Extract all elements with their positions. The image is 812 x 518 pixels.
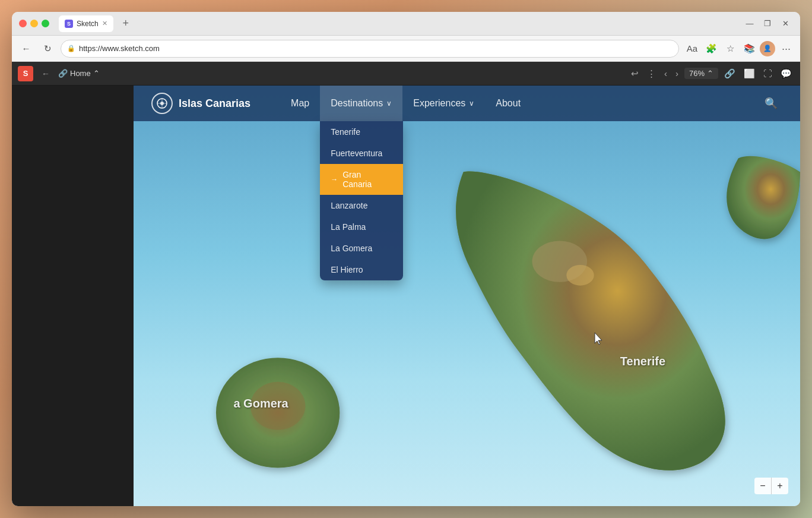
reader-mode-icon[interactable]: Aa	[684, 40, 700, 57]
link-icon[interactable]: 🔗	[722, 66, 738, 81]
islands-map	[134, 86, 800, 506]
window-minimize-btn[interactable]: —	[742, 16, 757, 31]
collections-icon[interactable]: 📚	[741, 40, 757, 57]
dropdown-item-el-hierro[interactable]: El Hierro	[320, 259, 403, 280]
nav-about-label: About	[496, 98, 521, 109]
dropdown-item-lanzarote[interactable]: Lanzarote	[320, 195, 403, 216]
zoom-chevron-icon: ⌃	[707, 69, 713, 78]
site-nav: Islas Canarias Map Destinations ∨ Teneri…	[134, 86, 800, 121]
nav-experiences-label: Experiences	[413, 98, 465, 109]
home-label-text: Home	[70, 69, 91, 78]
new-tab-button[interactable]: +	[118, 16, 134, 31]
minimize-window-button[interactable]	[30, 20, 38, 27]
extensions-icon[interactable]: 🧩	[703, 40, 719, 57]
os-window: S Sketch ✕ + — ❐ ✕ ← ↻ 🔒 https://www.ske…	[12, 12, 800, 506]
destinations-dropdown: TenerifeFuerteventura→ Gran CanariaLanza…	[320, 121, 403, 280]
map-zoom-controls: − +	[754, 478, 788, 494]
title-bar: S Sketch ✕ + — ❐ ✕	[12, 12, 800, 36]
tab-bar: S Sketch ✕ +	[59, 15, 737, 32]
prev-artboard-icon[interactable]: ‹	[662, 66, 670, 81]
sketch-toolbar: S ← 🔗 Home ⌃ ↩ ⋮ ‹ › 76% ⌃ 🔗 ⬜ ⛶ 💬	[12, 62, 800, 86]
dropdown-item-label: El Hierro	[331, 265, 363, 274]
tab-favicon: S	[65, 20, 73, 28]
url-bar[interactable]: 🔒 https://www.sketch.com	[61, 40, 679, 58]
logo-icon	[151, 93, 173, 114]
zoom-in-button[interactable]: +	[772, 478, 788, 494]
window-buttons: — ❐ ✕	[742, 16, 793, 31]
sketch-app-icon[interactable]: S	[18, 66, 33, 81]
more-options-icon[interactable]: ⋯	[778, 40, 794, 57]
expand-icon[interactable]: ⛶	[761, 66, 775, 81]
dropdown-item-la-palma[interactable]: La Palma	[320, 216, 403, 238]
present-icon[interactable]: ⬜	[741, 66, 757, 81]
browser-toolbar-right: Aa 🧩 ☆ 📚 👤 ⋯	[684, 40, 794, 57]
window-close-btn[interactable]: ✕	[778, 16, 793, 31]
refresh-button[interactable]: ↻	[39, 40, 56, 57]
nav-destinations-label: Destinations	[331, 98, 383, 109]
nav-map[interactable]: Map	[280, 86, 320, 121]
home-link-icon: 🔗	[58, 69, 68, 78]
nav-items: Map Destinations ∨ TenerifeFuerteventura…	[280, 86, 531, 121]
experiences-chevron-icon: ∨	[469, 99, 474, 108]
svg-point-5	[160, 102, 164, 105]
logo-text: Islas Canarias	[179, 97, 250, 110]
zoom-display: 76% ⌃	[684, 68, 718, 79]
nav-experiences[interactable]: Experiences ∨	[402, 86, 485, 121]
home-chevron-icon: ⌃	[93, 69, 100, 78]
home-nav[interactable]: 🔗 Home ⌃	[58, 69, 100, 78]
search-button[interactable]: 🔍	[760, 92, 782, 115]
dropdown-item-la-gomera[interactable]: La Gomera	[320, 238, 403, 259]
website-viewport: Tenerife a Gomera Islas Canarias	[134, 86, 800, 506]
dropdown-item-label: Tenerife	[331, 127, 360, 137]
sketch-back-button[interactable]: ←	[38, 67, 53, 81]
dropdown-item-label: La Gomera	[331, 244, 372, 253]
tab-title: Sketch	[77, 20, 99, 28]
svg-point-3	[250, 382, 306, 430]
nav-destinations[interactable]: Destinations ∨ TenerifeFuerteventura→ Gr…	[320, 86, 402, 121]
close-window-button[interactable]	[19, 20, 27, 27]
dropdown-item-gran-canaria[interactable]: → Gran Canaria	[320, 164, 403, 195]
svg-point-1	[566, 265, 594, 286]
redo-icon[interactable]: ⋮	[645, 66, 658, 81]
url-text: https://www.sketch.com	[79, 44, 160, 53]
window-controls	[19, 20, 49, 27]
dropdown-item-arrow: →	[331, 175, 338, 184]
undo-icon[interactable]: ↩	[629, 66, 641, 81]
window-maximize-btn[interactable]: ❐	[760, 16, 775, 31]
main-content: Tenerife a Gomera Islas Canarias	[12, 86, 800, 506]
nav-map-label: Map	[291, 98, 309, 109]
dropdown-item-tenerife[interactable]: Tenerife	[320, 121, 403, 143]
search-icon: 🔍	[765, 97, 778, 109]
address-bar: ← ↻ 🔒 https://www.sketch.com Aa 🧩 ☆ 📚 👤 …	[12, 36, 800, 62]
left-panel	[12, 86, 134, 506]
zoom-out-button[interactable]: −	[754, 478, 771, 494]
sketch-toolbar-right: ↩ ⋮ ‹ › 76% ⌃ 🔗 ⬜ ⛶ 💬	[629, 66, 794, 81]
comment-icon[interactable]: 💬	[778, 66, 794, 81]
destinations-chevron-icon: ∨	[386, 99, 392, 108]
browser-tab[interactable]: S Sketch ✕	[59, 15, 113, 32]
dropdown-item-fuerteventura[interactable]: Fuerteventura	[320, 143, 403, 164]
back-button[interactable]: ←	[18, 40, 34, 57]
zoom-value: 76%	[689, 69, 705, 78]
favorites-icon[interactable]: ☆	[722, 40, 738, 57]
next-artboard-icon[interactable]: ›	[673, 66, 681, 81]
dropdown-item-label: Fuerteventura	[331, 149, 382, 158]
maximize-window-button[interactable]	[42, 20, 49, 27]
site-logo[interactable]: Islas Canarias	[151, 93, 250, 114]
dropdown-item-label: Lanzarote	[331, 201, 367, 210]
tab-close-button[interactable]: ✕	[102, 20, 107, 27]
user-avatar[interactable]: 👤	[760, 41, 775, 56]
nav-about[interactable]: About	[485, 86, 531, 121]
lock-icon: 🔒	[67, 45, 75, 52]
dropdown-item-label: Gran Canaria	[342, 170, 392, 189]
dropdown-item-label: La Palma	[331, 222, 366, 232]
